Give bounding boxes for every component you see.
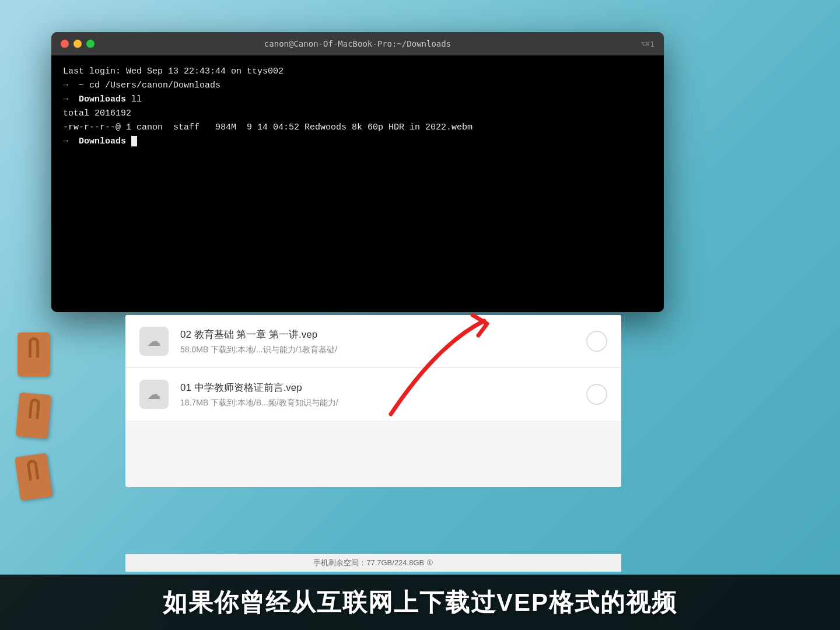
terminal-window-controls (61, 40, 94, 48)
download-circle-2[interactable] (586, 384, 607, 405)
clip-1 (18, 332, 50, 376)
download-item-1[interactable]: ☁ 02 教育基础 第一章 第一讲.vep 58.0MB 下载到:本地/...识… (125, 315, 621, 368)
storage-bar: 手机剩余空间：77.7GB/224.8GB ① (125, 554, 621, 572)
terminal-shortcut: ⌥⌘1 (641, 40, 654, 48)
terminal-line-3: → Downloads ll (63, 93, 652, 107)
file-meta-1: 58.0MB 下载到:本地/...识与能力/1教育基础/ (180, 345, 586, 355)
file-name-1: 02 教育基础 第一章 第一讲.vep (180, 328, 586, 341)
file-name-2: 01 中学教师资格证前言.vep (180, 381, 586, 394)
minimize-button[interactable] (74, 40, 82, 48)
terminal-title: canon@Canon-Of-MacBook-Pro:~/Downloads (264, 39, 451, 48)
terminal-line-1: Last login: Wed Sep 13 22:43:44 on ttys0… (63, 65, 652, 79)
download-item-2[interactable]: ☁ 01 中学教师资格证前言.vep 18.7MB 下载到:本地/B...频/教… (125, 368, 621, 421)
decorative-clips (18, 332, 50, 499)
maximize-button[interactable] (86, 40, 94, 48)
terminal-window: canon@Canon-Of-MacBook-Pro:~/Downloads ⌥… (51, 32, 664, 312)
download-circle-1[interactable] (586, 331, 607, 352)
storage-text: 手机剩余空间：77.7GB/224.8GB ① (313, 558, 433, 568)
file-icon-1: ☁ (139, 327, 169, 356)
clip-2 (16, 393, 51, 439)
terminal-line-5: -rw-r--r--@ 1 canon staff 984M 9 14 04:5… (63, 121, 652, 135)
subtitle-bar: 如果你曾经从互联网上下载过VEP格式的视频 (0, 575, 840, 630)
downloads-section: ☁ 02 教育基础 第一章 第一讲.vep 58.0MB 下载到:本地/...识… (125, 315, 621, 487)
terminal-body[interactable]: Last login: Wed Sep 13 22:43:44 on ttys0… (51, 55, 664, 312)
terminal-line-2: → ~ cd /Users/canon/Downloads (63, 79, 652, 93)
close-button[interactable] (61, 40, 69, 48)
terminal-titlebar: canon@Canon-Of-MacBook-Pro:~/Downloads ⌥… (51, 32, 664, 55)
file-meta-2: 18.7MB 下载到:本地/B...频/教育知识与能力/ (180, 398, 586, 408)
terminal-line-6: → Downloads (63, 135, 652, 149)
file-icon-2: ☁ (139, 380, 169, 409)
cloud-icon-1: ☁ (147, 333, 161, 349)
cloud-icon-2: ☁ (147, 386, 161, 402)
subtitle-text: 如果你曾经从互联网上下载过VEP格式的视频 (163, 586, 677, 619)
terminal-line-4: total 2016192 (63, 107, 652, 121)
file-info-2: 01 中学教师资格证前言.vep 18.7MB 下载到:本地/B...频/教育知… (180, 381, 586, 408)
clip-3 (15, 453, 52, 501)
file-info-1: 02 教育基础 第一章 第一讲.vep 58.0MB 下载到:本地/...识与能… (180, 328, 586, 355)
